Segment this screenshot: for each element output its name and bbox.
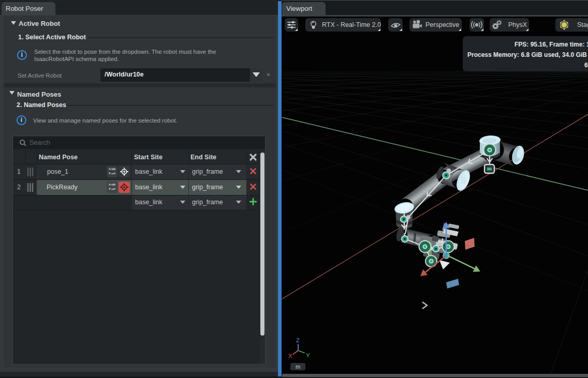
svg-text:Z: Z — [296, 337, 300, 343]
svg-text:Y: Y — [306, 352, 310, 358]
svg-text:X: X — [288, 353, 292, 359]
